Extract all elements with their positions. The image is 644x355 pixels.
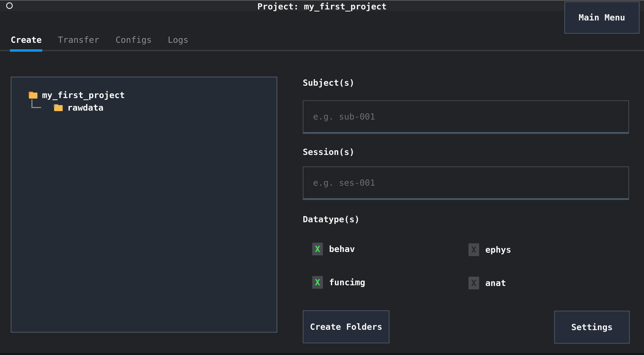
checkbox-x-glyph: X	[471, 245, 476, 255]
datatype-checkbox-behav[interactable]: X behav	[312, 243, 355, 256]
subject-label: Subject(s)	[303, 78, 354, 88]
folder-icon	[28, 91, 38, 99]
tab-divider-rule	[0, 50, 644, 51]
session-input[interactable]	[304, 167, 628, 198]
project-title: Project: my_first_project	[258, 2, 387, 12]
tree-node-label: my_first_project	[42, 90, 125, 100]
bottom-edge-strip	[0, 353, 644, 355]
session-input-box	[303, 166, 629, 200]
titlebar: Project: my_first_project	[0, 0, 644, 11]
checkbox-box: X	[312, 276, 323, 289]
session-label: Session(s)	[303, 147, 354, 157]
checkbox-x-glyph: X	[471, 278, 476, 288]
checkbox-label: behav	[329, 244, 355, 254]
tree-node-label: rawdata	[67, 103, 104, 113]
checkbox-x-glyph: X	[315, 277, 320, 287]
tab-logs[interactable]: Logs	[168, 34, 188, 45]
checkbox-box: X	[312, 243, 323, 256]
tab-transfer[interactable]: Transfer	[58, 34, 99, 45]
datatype-label: Datatype(s)	[303, 214, 360, 224]
tree-node-project-root[interactable]: my_first_project	[28, 90, 125, 100]
app-window: Project: my_first_project Main Menu Crea…	[0, 0, 644, 355]
main-menu-button[interactable]: Main Menu	[564, 1, 640, 34]
directory-tree-panel[interactable]: my_first_project rawdata	[11, 76, 277, 333]
checkbox-label: funcimg	[329, 277, 365, 287]
tab-configs[interactable]: Configs	[116, 34, 152, 45]
checkbox-box: X	[468, 243, 479, 256]
datatype-checkbox-ephys[interactable]: X ephys	[468, 243, 511, 256]
subject-input-box	[303, 100, 629, 134]
checkbox-label: ephys	[485, 245, 511, 255]
datatype-checkbox-funcimg[interactable]: X funcimg	[312, 276, 365, 289]
checkbox-label: anat	[485, 278, 506, 288]
create-folders-button[interactable]: Create Folders	[303, 310, 390, 343]
tab-create[interactable]: Create	[11, 34, 42, 45]
settings-button[interactable]: Settings	[554, 311, 630, 344]
datatype-checkbox-anat[interactable]: X anat	[468, 277, 506, 290]
checkbox-x-glyph: X	[315, 244, 320, 254]
checkbox-box: X	[468, 277, 479, 290]
subject-input[interactable]	[304, 101, 628, 132]
tree-branch-connector	[32, 100, 41, 108]
active-tab-underline	[10, 49, 42, 52]
tree-node-rawdata[interactable]: rawdata	[54, 102, 104, 113]
folder-icon	[54, 104, 63, 112]
command-palette-icon[interactable]	[6, 2, 13, 9]
